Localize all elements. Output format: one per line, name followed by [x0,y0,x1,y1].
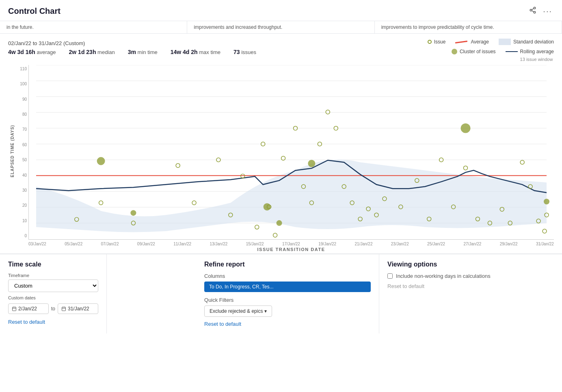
timeframe-label: Timeframe [8,273,98,278]
x-tick: 27/Jan/22 [463,242,481,246]
y-tick-110: 110 [16,67,28,71]
x-tick: 09/Jan/22 [137,242,155,246]
page-title: Control Chart [8,6,61,16]
x-tick: 05/Jan/22 [65,242,82,246]
stat-min: 3m min time [128,49,158,55]
refine-report-panel: Refine report Columns To Do, In Progress… [196,254,379,334]
average-line-icon [455,40,467,43]
x-tick: 03/Jan/22 [28,242,46,246]
viewing-reset-link: Reset to default [387,283,424,289]
issue-dot[interactable] [255,225,259,229]
viewing-options-panel: Viewing options Include non-working days… [379,254,562,334]
to-date-input[interactable]: 31/Jan/22 [58,303,98,314]
issue-dot[interactable] [99,201,103,205]
svg-point-1 [530,9,532,11]
legend-rolling: Rolling average 13 issue window [506,49,554,62]
date-range: 02/Jan/22 to 31/Jan/22 (Custom) [8,39,85,46]
issue-dot[interactable] [192,201,196,205]
legend-issue: Issue [428,39,446,45]
x-tick: 19/Jan/22 [318,242,336,246]
bottom-panel: Time scale Timeframe Custom Custom dates… [0,253,562,334]
stat-average: 4w 3d 16h average [8,49,56,55]
columns-section-label: Columns [204,273,371,279]
calendar-icon [12,306,17,311]
non-working-days-checkbox[interactable] [387,273,393,279]
issue-dot[interactable] [464,166,468,170]
calendar-to-icon [61,306,66,311]
y-tick-70: 70 [16,127,28,132]
desc-item-2: improvements and increased throughput. [187,21,374,33]
page-header: Control Chart ··· [0,0,562,21]
custom-dates-label: Custom dates [8,295,98,300]
cluster-dot[interactable] [308,160,315,167]
quick-filter-button[interactable]: Exclude rejected & epics ▾ [204,305,272,317]
y-tick-10: 10 [16,219,28,223]
y-tick-100: 100 [16,82,28,86]
cluster-dot[interactable] [264,203,271,210]
refine-reset-link[interactable]: Reset to default [204,321,371,327]
x-axis-ticks: 03/Jan/22 05/Jan/22 07/Jan/22 09/Jan/22 … [28,242,554,246]
header-actions: ··· [527,5,554,17]
legend-std-dev: Standard deviation [499,39,554,45]
chart-svg [28,65,554,240]
cluster-dot[interactable] [130,210,136,216]
x-tick: 31/Jan/22 [536,242,554,246]
y-axis-ticks: 0 10 20 30 40 50 60 70 80 90 100 110 [16,65,28,240]
issue-dot[interactable] [326,110,330,114]
x-tick: 15/Jan/22 [246,242,264,246]
y-tick-80: 80 [16,112,28,117]
issue-dot[interactable] [543,229,547,233]
y-tick-0: 0 [16,234,28,238]
y-tick-60: 60 [16,143,28,147]
svg-point-2 [534,11,536,13]
x-tick: 11/Jan/22 [173,242,191,246]
chart-legend: Issue Average Standard deviation [428,39,554,45]
y-tick-20: 20 [16,203,28,208]
from-date-input[interactable]: 2/Jan/22 [8,303,49,314]
svg-rect-20 [62,307,66,311]
quick-filters-label: Quick Filters [204,297,371,303]
x-tick: 25/Jan/22 [427,242,445,246]
legend-row2: Cluster of issues Rolling average 13 iss… [452,49,554,62]
legend-cluster: Cluster of issues [452,49,496,54]
rolling-line-icon [506,51,518,52]
cluster-dot[interactable] [461,123,471,133]
cluster-dot[interactable] [544,199,549,204]
legend-average: Average [455,39,489,45]
non-working-days-row[interactable]: Include non-working days in calculations [387,273,554,279]
chart-with-yaxis: ELAPSED TIME (DAYS) 0 10 20 30 40 50 60 … [8,65,554,241]
time-scale-title: Time scale [8,261,98,268]
x-tick: 29/Jan/22 [500,242,518,246]
share-button[interactable] [527,5,538,17]
columns-dropdown-button[interactable]: To Do, In Progress, CR, Tes... [204,282,371,292]
stat-issues: 73 issues [233,49,256,55]
x-tick: 23/Jan/22 [391,242,409,246]
chart-svg-container [28,65,554,241]
issue-dot[interactable] [520,160,524,164]
y-tick-40: 40 [16,173,28,178]
cluster-dot-icon [452,49,457,54]
date-range-inputs: 2/Jan/22 to 31/Jan/22 [8,303,98,314]
y-axis-label: ELAPSED TIME (DAYS) [10,129,15,178]
cluster-dot[interactable] [97,157,105,165]
stats-row: 4w 3d 16h average 2w 1d 23h median 3m mi… [8,49,256,55]
chart-area: 02/Jan/22 to 31/Jan/22 (Custom) Issue Av… [0,34,562,252]
timescale-reset-link[interactable]: Reset to default [8,319,98,325]
svg-line-4 [532,9,534,10]
custom-dates-row: Custom dates [8,295,98,300]
x-tick: 17/Jan/22 [282,242,300,246]
issue-dot[interactable] [176,163,180,167]
cluster-dot[interactable] [277,220,282,226]
svg-rect-16 [13,307,16,311]
svg-point-0 [534,7,536,9]
time-scale-panel: Time scale Timeframe Custom Custom dates… [0,254,107,334]
issue-dot-icon [428,40,432,44]
y-axis-label-container: ELAPSED TIME (DAYS) [8,65,16,241]
more-button[interactable]: ··· [541,5,554,17]
x-axis-label: ISSUE TRANSITION DATE [28,247,554,252]
timeframe-select[interactable]: Custom [8,279,98,292]
refine-title: Refine report [204,261,371,268]
y-tick-30: 30 [16,188,28,193]
issue-dot[interactable] [273,233,277,237]
std-dev-area [36,160,547,232]
